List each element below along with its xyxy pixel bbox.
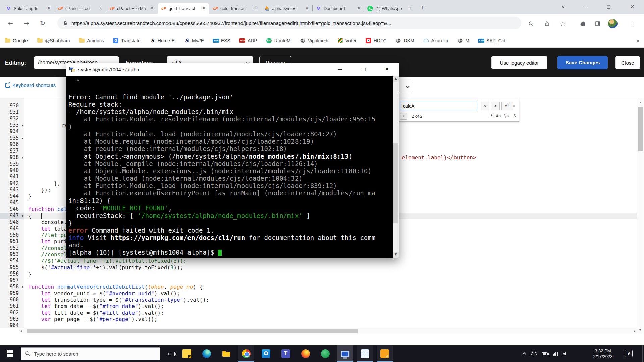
close-button[interactable]: Close [615, 56, 640, 69]
bookmark-my-e[interactable]: SMy//E [184, 38, 204, 43]
bookmark-azurelib[interactable]: Azurelib [423, 38, 448, 43]
forward-button[interactable]: → [21, 18, 32, 29]
fold-arrow-icon[interactable]: ▾ [22, 122, 23, 128]
tab--1-whatsapp[interactable]: (1) WhatsApp× [364, 3, 416, 14]
bookmarks-overflow-chevron[interactable]: » [637, 38, 639, 43]
notification-center-icon[interactable]: 9 [625, 350, 633, 357]
terminal-close-button[interactable]: × [379, 63, 395, 75]
tab-close-icon[interactable]: × [356, 6, 362, 11]
terminal-scrollbar[interactable]: ▲ ▼ [393, 76, 399, 258]
horizontal-scrollbar-thumb[interactable] [27, 329, 358, 333]
bookmark-sap-cld[interactable]: SAPSAP_Cld [478, 38, 505, 43]
taskbar-app-green-app[interactable] [317, 345, 333, 362]
find-toggle-3[interactable]: S [511, 113, 518, 120]
fold-arrow-icon[interactable]: ▾ [22, 135, 23, 141]
tray-battery-icon[interactable] [542, 352, 548, 355]
taskbar-app-sticky-notes[interactable] [179, 345, 195, 362]
bookmark-m[interactable]: M [457, 38, 469, 43]
tab-close-icon[interactable]: × [98, 6, 103, 11]
taskbar-app-outlook[interactable]: O [258, 345, 274, 362]
taskbar-app-orange-app[interactable] [377, 345, 393, 362]
find-close-button[interactable]: × [511, 102, 517, 110]
bookmark-amdocs[interactable]: Amdocs [79, 38, 104, 43]
find-toggle-1[interactable]: Aa [495, 113, 502, 120]
bookmark-translate[interactable]: GTranslate [113, 38, 141, 43]
bookmark-home-e[interactable]: SHome-E [150, 38, 175, 43]
tab-gold-transact[interactable]: cPgold_transact× [158, 3, 209, 14]
scroll-down-arrow-icon[interactable]: ▾ [639, 328, 641, 332]
tab-alpha-systest[interactable]: PMAalpha.systest× [261, 3, 312, 14]
terminal-output[interactable]: ^ Error: Cannot find module '../package.… [66, 76, 399, 258]
back-button[interactable]: ← [5, 18, 16, 29]
browser-menu-icon[interactable]: ⋮ [627, 18, 639, 29]
scroll-left-arrow-icon[interactable]: ◂ [20, 329, 22, 333]
taskbar-app-putty[interactable] [337, 345, 353, 362]
zoom-icon[interactable] [525, 18, 537, 29]
window-close-button[interactable]: × [625, 0, 640, 14]
save-changes-button[interactable]: Save Changes [557, 56, 608, 69]
horizontal-scrollbar[interactable]: ◂ ▸ [19, 328, 637, 334]
taskbar-app-edge[interactable] [199, 345, 215, 362]
terminal-scrollbar-thumb[interactable] [393, 143, 398, 223]
tab-dashboard[interactable]: VDashboard× [313, 3, 364, 14]
scroll-right-arrow-icon[interactable]: ▸ [634, 329, 636, 333]
tab-close-icon[interactable]: × [253, 6, 258, 11]
bookmark-voter[interactable]: Voter [337, 38, 357, 43]
taskbar-app-teams[interactable]: T [278, 345, 294, 362]
bookmark-google[interactable]: Google [5, 38, 28, 43]
taskbar-app-firefox[interactable] [298, 345, 314, 362]
profile-avatar[interactable] [607, 18, 619, 29]
tray-onedrive-cloud-icon[interactable] [531, 352, 537, 355]
window-maximize-button[interactable]: □ [601, 0, 616, 14]
find-input[interactable] [400, 102, 477, 110]
bookmark-adp[interactable]: ADPADP [239, 38, 257, 43]
terminal-scroll-up-icon[interactable]: ▲ [393, 76, 399, 82]
tab-close-icon[interactable]: × [304, 6, 310, 11]
tab-close-icon[interactable]: × [149, 6, 155, 11]
putty-terminal-window[interactable]: systest@mfhs1004:~/alpha — □ × ^ Error: … [66, 63, 399, 258]
taskbar-clock[interactable]: 3:32 PM 2/17/2023 [585, 348, 621, 359]
bookmark-star-icon[interactable]: ☆ [557, 18, 569, 29]
find-next-button[interactable]: > [491, 102, 500, 110]
tab-close-icon[interactable]: × [408, 6, 413, 11]
find-expand-button[interactable]: + [400, 113, 407, 120]
tab-cpanel-file-ma[interactable]: cPcPanel File Ma× [106, 3, 157, 14]
tray-network-icon[interactable] [553, 352, 558, 356]
taskbar-app-grid-app[interactable] [357, 345, 373, 362]
use-legacy-editor-button[interactable]: Use legacy editor [491, 56, 547, 69]
keyboard-shortcuts-link[interactable]: Keyboard shortcuts [5, 82, 66, 88]
bookmark-routem[interactable]: RmRouteM [266, 38, 291, 43]
terminal-minimize-button[interactable]: — [332, 63, 348, 75]
taskbar-search[interactable]: Type here to search [21, 347, 160, 360]
terminal-titlebar[interactable]: systest@mfhs1004:~/alpha — □ × [66, 63, 399, 76]
bookmark-vipulmedi[interactable]: Vipulmedi [300, 38, 328, 43]
scroll-up-arrow-icon[interactable]: ▴ [639, 100, 641, 104]
tab-cpanel-tool[interactable]: cPcPanel - Tool× [54, 3, 106, 14]
bookmark-hdfc[interactable]: HDFC [366, 38, 387, 43]
window-minimize-button[interactable]: — [578, 0, 593, 14]
side-panel-icon[interactable] [592, 18, 603, 29]
task-view-button[interactable] [165, 349, 178, 358]
fold-arrow-icon[interactable]: ▾ [22, 284, 23, 290]
fold-arrow-icon[interactable]: ▾ [22, 213, 23, 219]
bookmark--shubham[interactable]: @Shubham [37, 38, 70, 43]
tab-search-chevron-icon[interactable]: ∨ [555, 0, 571, 14]
show-desktop-button[interactable] [642, 345, 644, 362]
lock-icon[interactable] [63, 20, 68, 26]
reload-button[interactable]: ↻ [37, 18, 48, 29]
start-button[interactable] [0, 345, 20, 362]
vertical-scrollbar[interactable]: ▴ ▾ [637, 98, 644, 334]
find-toggle-2[interactable]: \b [503, 113, 510, 120]
tab-gold-transact[interactable]: cPgold_transact× [209, 3, 261, 14]
bookmark-dkm[interactable]: DKM [396, 38, 414, 43]
vertical-scrollbar-thumb[interactable] [638, 107, 643, 151]
fold-arrow-icon[interactable]: ▾ [22, 154, 23, 161]
extensions-puzzle-icon[interactable] [577, 18, 588, 29]
taskbar-app-file-explorer[interactable] [218, 345, 234, 362]
taskbar-app-chrome[interactable] [238, 345, 254, 362]
address-bar[interactable]: https://alpha.systest.securebrandtech.co… [57, 17, 521, 29]
tab-close-icon[interactable]: × [201, 6, 207, 11]
tray-volume-icon[interactable] [563, 352, 567, 356]
terminal-scroll-down-icon[interactable]: ▼ [393, 252, 399, 258]
tab-close-icon[interactable]: × [46, 6, 52, 11]
